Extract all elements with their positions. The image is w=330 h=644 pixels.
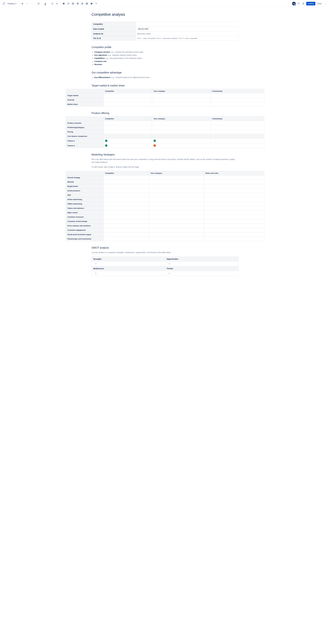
cell[interactable] <box>211 130 264 134</box>
cell[interactable] <box>204 206 264 210</box>
close-button[interactable]: Close <box>316 2 323 6</box>
cell[interactable] <box>149 206 204 210</box>
image-button[interactable] <box>71 2 75 6</box>
publish-button[interactable]: Publish <box>306 2 315 6</box>
cell[interactable] <box>149 232 204 237</box>
cell[interactable] <box>149 210 204 215</box>
row-header[interactable]: SEO <box>66 193 104 197</box>
cell[interactable] <box>152 98 210 102</box>
swot-w-cell[interactable]: • <box>92 271 165 276</box>
cell[interactable] <box>152 121 210 125</box>
cell[interactable] <box>149 219 204 224</box>
bold-button[interactable]: B <box>20 2 25 6</box>
cell[interactable] <box>204 224 264 228</box>
cell[interactable] <box>149 197 204 202</box>
cell[interactable] <box>211 125 264 130</box>
row-header[interactable]: Online advertising <box>66 197 104 202</box>
cell[interactable] <box>149 176 204 180</box>
cell[interactable] <box>211 143 264 148</box>
list-item[interactable]: Company size: <box>94 60 238 63</box>
swot-s-cell[interactable]: • <box>92 261 165 266</box>
cell[interactable] <box>149 202 204 206</box>
cell[interactable] <box>104 130 152 134</box>
swot-w-label[interactable]: Weaknesses <box>92 266 165 271</box>
swot-o-cell[interactable]: • <box>165 261 238 266</box>
target-market-table[interactable]: CompetitorYour companyCommentary Target … <box>66 89 264 106</box>
meta-table[interactable]: CompetitorDate createdMar 19, 2020Analys… <box>92 22 238 40</box>
meta-label[interactable]: Tier (1-3) <box>92 36 136 40</box>
cell[interactable] <box>211 94 264 98</box>
cell[interactable]: ✓ <box>104 143 152 148</box>
list-item[interactable]: Company mission: e.g., Unleash the poten… <box>94 50 238 54</box>
profile-list[interactable]: Company mission: e.g., Unleash the poten… <box>92 50 238 66</box>
swot-t-label[interactable]: Threats <box>165 266 238 271</box>
layouts-button[interactable] <box>90 2 94 6</box>
cell[interactable] <box>104 188 149 193</box>
cell[interactable] <box>152 125 210 130</box>
row-header[interactable]: Customer engagement <box>66 228 104 232</box>
cell[interactable] <box>104 121 152 125</box>
cell[interactable] <box>104 180 149 184</box>
heading-competitor-profile[interactable]: Competitor profile <box>92 46 238 49</box>
cell[interactable] <box>104 176 149 180</box>
swot-o-label[interactable]: Opportunities <box>165 256 238 261</box>
cell[interactable] <box>152 130 210 134</box>
cell[interactable]: ✕ <box>152 143 210 148</box>
col-header[interactable]: Commentary <box>211 116 264 121</box>
cell[interactable] <box>204 188 264 193</box>
advantage-list[interactable]: Key differentiators: e.g., Powerful feat… <box>92 76 238 79</box>
row-header[interactable]: Feature 1 <box>66 138 104 143</box>
heading-product[interactable]: Product offering <box>92 112 238 115</box>
list-item[interactable]: Key differentiators: e.g., Powerful feat… <box>94 76 238 79</box>
action-item-button[interactable] <box>62 2 66 6</box>
cell[interactable] <box>149 228 204 232</box>
more-actions-button[interactable]: ··· <box>323 2 328 6</box>
cell[interactable] <box>149 237 204 241</box>
cell[interactable] <box>204 210 264 215</box>
row-header[interactable]: Positioning/Category <box>66 125 104 130</box>
cell[interactable] <box>204 228 264 232</box>
cell[interactable] <box>104 224 149 228</box>
list-item[interactable]: Capabilities: e.g., Key partnerships in … <box>94 57 238 60</box>
row-header[interactable]: Videos and webinars <box>66 206 104 210</box>
meta-value[interactable]: @mention owner <box>136 32 238 36</box>
cell[interactable] <box>211 98 264 102</box>
col-header[interactable]: Competitor <box>104 89 152 94</box>
heading-marketing[interactable]: Marketing Strategies <box>92 153 238 156</box>
cell[interactable] <box>104 193 149 197</box>
meta-value[interactable] <box>136 22 238 26</box>
swot-t-cell[interactable]: • <box>165 271 238 276</box>
marketing-desc-1[interactable]: Fill in the table below with information… <box>92 158 238 164</box>
editor-body[interactable]: Competitive analysis CompetitorDate crea… <box>66 7 264 286</box>
row-header[interactable]: Press releases and mentions <box>66 224 104 228</box>
swot-s-label[interactable]: Strengths <box>92 256 165 261</box>
cell[interactable] <box>104 98 152 102</box>
meta-value[interactable]: Mar 19, 2020 <box>136 26 238 32</box>
italic-button[interactable]: I <box>25 2 29 6</box>
cell[interactable] <box>149 215 204 219</box>
row-header[interactable]: Social presence <box>66 188 104 193</box>
cell[interactable] <box>204 197 264 202</box>
cell[interactable] <box>149 224 204 228</box>
row-header[interactable]: Customer review listings <box>66 219 104 224</box>
cell[interactable] <box>104 184 149 188</box>
swot-table[interactable]: Strengths Opportunities • • Weaknesses T… <box>92 256 238 276</box>
table-button[interactable] <box>85 2 89 6</box>
cell[interactable] <box>104 94 152 98</box>
cell[interactable] <box>149 180 204 184</box>
row-header[interactable]: Feature 2 <box>66 143 104 148</box>
row-header[interactable]: Pricing <box>66 130 104 134</box>
cell[interactable] <box>204 184 264 188</box>
meta-label[interactable]: Date created <box>92 26 136 32</box>
row-core-feature-comparison[interactable]: Core feature comparison <box>66 134 264 138</box>
align-dropdown[interactable]: ▾ <box>37 2 41 6</box>
cell[interactable] <box>104 206 149 210</box>
heading-swot[interactable]: SWOT analysis <box>92 246 238 249</box>
invite-button[interactable]: + <box>296 2 301 6</box>
col-header[interactable] <box>66 116 104 121</box>
cell[interactable] <box>104 228 149 232</box>
cell[interactable] <box>149 193 204 197</box>
swot-desc[interactable]: List your product or company's strengths… <box>92 251 238 254</box>
row-header[interactable]: Target market <box>66 94 104 98</box>
marketing-table[interactable]: CompetitorYour companyNotes and Links Ov… <box>66 171 264 241</box>
